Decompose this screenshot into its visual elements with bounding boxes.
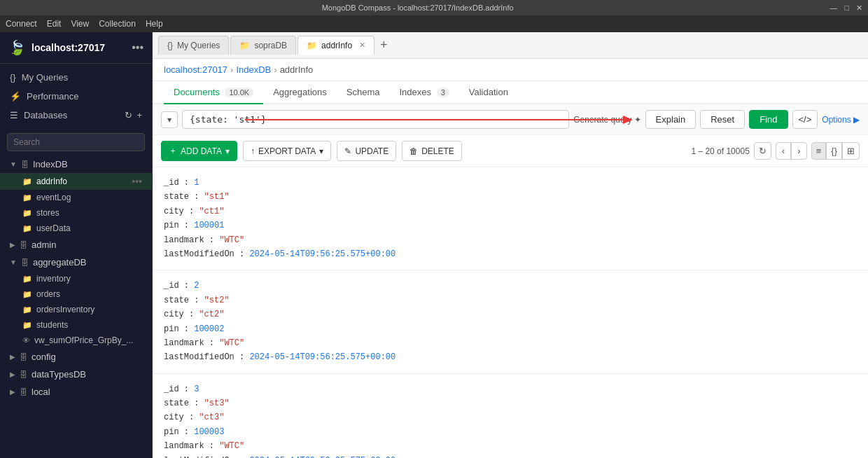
doc-field-pin: pin : 100002: [164, 322, 857, 336]
sidebar-item-performance[interactable]: ⚡ Performance: [0, 87, 152, 106]
refresh-icon[interactable]: ↻: [125, 110, 132, 120]
find-button[interactable]: Find: [749, 110, 788, 129]
json-view-button[interactable]: {}: [826, 142, 842, 160]
sidebar-scroll: ▼ 🗄 IndexDB 📁 addrInfo ••• 📁 eventLog 📁 …: [0, 155, 152, 458]
doc-field-id: _id : 2: [164, 279, 857, 293]
sub-tab-schema[interactable]: Schema: [337, 81, 390, 104]
database-icon: 🗄: [21, 160, 29, 169]
db-name-local: local: [31, 387, 50, 397]
prev-page-button[interactable]: ‹: [776, 142, 791, 160]
collection-name-vw-sum: vw_sumOfPrice_GrpBy_...: [34, 335, 142, 345]
menu-collection[interactable]: Collection: [99, 19, 136, 29]
folder-gray-icon: 📁: [22, 193, 32, 202]
database-icon: 🗄: [20, 241, 27, 249]
generate-query-star-icon: ✦: [634, 115, 641, 125]
pencil-icon: ✎: [344, 146, 351, 156]
tab-sopradb-label: sopraDB: [254, 41, 287, 50]
menu-connect[interactable]: Connect: [6, 19, 37, 29]
db-group-local: ▶ 🗄 local: [0, 383, 152, 401]
db-item-admin[interactable]: ▶ 🗄 admin: [0, 236, 152, 254]
sidebar-my-queries-label: My Queries: [22, 72, 68, 83]
add-database-icon[interactable]: +: [136, 110, 142, 120]
sub-tab-indexes[interactable]: Indexes 3: [389, 81, 458, 104]
sub-tab-validation[interactable]: Validation: [459, 81, 518, 104]
breadcrumb-db[interactable]: IndexDB: [236, 64, 271, 75]
collection-item-userdata[interactable]: 📁 userData: [0, 221, 152, 236]
collection-name-orders: orders: [36, 289, 142, 299]
document-item-3: _id : 3 state : "st3" city : "ct3" pin :…: [153, 374, 868, 458]
db-name-admin: admin: [31, 240, 56, 250]
sidebar-nav: {} My Queries ⚡ Performance ☰ Databases …: [0, 64, 152, 129]
minimize-button[interactable]: —: [830, 4, 837, 13]
query-bar-wrapper: ▾ Generate query ✦ Explain: [153, 104, 868, 135]
breadcrumb-host[interactable]: localhost:27017: [164, 64, 227, 75]
add-data-button[interactable]: ＋ ADD DATA ▾: [161, 141, 237, 161]
delete-button[interactable]: 🗑 DELETE: [402, 141, 462, 161]
add-data-label: ADD DATA: [181, 146, 222, 156]
menu-view[interactable]: View: [71, 19, 89, 29]
collection-item-students[interactable]: 📁 students: [0, 317, 152, 333]
sidebar-databases-label: Databases: [24, 110, 67, 120]
db-item-config[interactable]: ▶ 🗄 config: [0, 348, 152, 366]
collection-menu-icon[interactable]: •••: [132, 176, 142, 187]
refresh-button[interactable]: ↻: [754, 142, 771, 160]
tab-my-queries[interactable]: {} My Queries: [158, 36, 229, 55]
maximize-button[interactable]: □: [844, 4, 849, 13]
collection-item-inventory[interactable]: 📁 inventory: [0, 271, 152, 286]
db-item-local[interactable]: ▶ 🗄 local: [0, 383, 152, 401]
update-button[interactable]: ✎ UPDATE: [337, 141, 396, 161]
database-icon: 🗄: [20, 353, 27, 361]
sub-tab-indexes-label: Indexes: [399, 87, 431, 97]
close-button[interactable]: ✕: [856, 4, 862, 13]
generate-query-button[interactable]: Generate query ✦: [573, 115, 640, 125]
doc-toolbar: ＋ ADD DATA ▾ ↑ EXPORT DATA ▾ ✎ UPDATE 🗑 …: [153, 135, 868, 167]
sidebar-more-icon[interactable]: •••: [132, 41, 144, 54]
sub-tab-documents[interactable]: Documents 10.0K: [164, 81, 263, 104]
collection-item-ordersinventory[interactable]: 📁 ordersInventory: [0, 302, 152, 317]
next-page-button[interactable]: ›: [791, 142, 806, 160]
db-item-indexdb[interactable]: ▼ 🗄 IndexDB: [0, 155, 152, 173]
main-content: {} My Queries 📁 sopraDB 📁 addrInfo ✕ + l…: [153, 32, 868, 458]
collection-item-addrinfo[interactable]: 📁 addrInfo •••: [0, 173, 152, 190]
export-data-button[interactable]: ↑ EXPORT DATA ▾: [243, 141, 331, 161]
folder-gray-icon: 📁: [22, 209, 32, 218]
tab-bar: {} My Queries 📁 sopraDB 📁 addrInfo ✕ +: [153, 32, 868, 59]
sub-tab-schema-label: Schema: [346, 87, 380, 97]
collection-name-ordersinventory: ordersInventory: [36, 305, 142, 314]
explain-button[interactable]: Explain: [645, 110, 696, 129]
query-input[interactable]: [182, 110, 569, 129]
code-button[interactable]: </>: [792, 110, 818, 129]
options-label: Options ▶: [822, 115, 860, 125]
collection-item-vw-sum[interactable]: 👁 vw_sumOfPrice_GrpBy_...: [0, 333, 152, 348]
tab-close-button[interactable]: ✕: [359, 41, 365, 50]
menu-edit[interactable]: Edit: [47, 19, 62, 29]
sidebar-item-my-queries[interactable]: {} My Queries: [0, 68, 152, 87]
query-toggle-button[interactable]: ▾: [161, 111, 178, 128]
sidebar-item-databases[interactable]: ☰ Databases ↻ +: [0, 106, 152, 125]
table-view-button[interactable]: ⊞: [842, 142, 860, 160]
breadcrumb: localhost:27017 › IndexDB › addrInfo: [153, 59, 868, 81]
tab-sopradb[interactable]: 📁 sopraDB: [230, 36, 296, 55]
pagination-info: 1 – 20 of 10005: [691, 146, 749, 156]
title-bar-controls[interactable]: — □ ✕: [830, 4, 862, 13]
db-name-config: config: [31, 352, 56, 362]
options-button[interactable]: Options ▶: [822, 115, 860, 125]
db-item-datatypesdb[interactable]: ▶ 🗄 dataTypesDB: [0, 366, 152, 383]
export-data-caret-icon: ▾: [319, 146, 323, 156]
performance-icon: ⚡: [10, 91, 21, 102]
list-view-button[interactable]: ≡: [811, 142, 827, 160]
export-data-label: EXPORT DATA: [258, 146, 316, 156]
collection-item-stores[interactable]: 📁 stores: [0, 205, 152, 221]
tab-sopradb-icon: 📁: [239, 41, 250, 50]
search-input[interactable]: [7, 133, 145, 151]
tab-addrinfo[interactable]: 📁 addrInfo ✕: [298, 36, 374, 55]
document-item-2: _id : 2 state : "st2" city : "ct2" pin :…: [153, 270, 868, 373]
collection-item-eventlog[interactable]: 📁 eventLog: [0, 190, 152, 205]
db-item-aggregatedb[interactable]: ▼ 🗄 aggregateDB: [0, 254, 152, 271]
menu-help[interactable]: Help: [146, 19, 163, 29]
collection-item-orders[interactable]: 📁 orders: [0, 286, 152, 302]
sub-tab-aggregations[interactable]: Aggregations: [263, 81, 337, 104]
add-tab-button[interactable]: +: [376, 38, 392, 53]
sidebar-header: 🍃 localhost:27017 •••: [0, 32, 152, 64]
reset-button[interactable]: Reset: [700, 110, 745, 129]
